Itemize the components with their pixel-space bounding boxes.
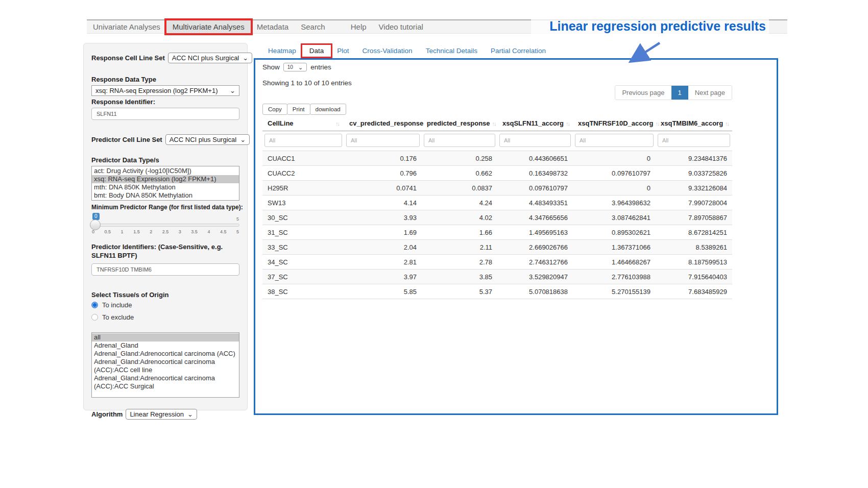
chevron-down-icon: ⌄	[187, 412, 193, 417]
predictor-data-type-option[interactable]: bmt: Body DNA 850K Methylation	[92, 191, 239, 200]
predictor-cell-line-set-select[interactable]: ACC NCI plus Surgical ⌄	[165, 134, 250, 145]
sort-icon[interactable]: ↑↓	[492, 120, 496, 127]
table-cell: 3.97	[344, 270, 422, 284]
tab-cross-validation[interactable]: Cross-Validation	[356, 45, 419, 56]
tissue-origin-option[interactable]: Adrenal_Gland:Adrenocortical carcinoma (…	[92, 374, 239, 391]
radio-icon	[91, 302, 98, 308]
table-row: 31_SC1.691.661.4956951630.8953026218.672…	[262, 225, 732, 240]
table-cell: 9.234841376	[656, 151, 732, 166]
table-row: SW134.144.244.4834933513.9643986327.9907…	[262, 196, 732, 210]
results-tabs: HeatmapDataPlotCross-ValidationTechnical…	[261, 45, 552, 56]
response-cell-line-set-label: Response Cell Line Set	[91, 54, 165, 62]
tab-heatmap[interactable]: Heatmap	[261, 45, 303, 56]
page-1-button[interactable]: 1	[671, 86, 688, 100]
predictor-data-types-listbox: act: Drug Activity (-log10[IC50M])xsq: R…	[91, 166, 239, 201]
slider-tick-label: 0.5	[105, 229, 111, 234]
nav-item-help[interactable]: Help	[345, 20, 373, 33]
sort-icon[interactable]: ↑↓	[335, 120, 339, 127]
column-header-cellline[interactable]: CellLine↑↓	[262, 117, 344, 131]
copy-button[interactable]: Copy	[262, 104, 287, 115]
sort-icon[interactable]: ↑↓	[566, 120, 569, 127]
table-cell: 1.464668267	[573, 255, 656, 270]
table-row: 34_SC2.812.782.7463127661.4646682678.187…	[262, 255, 732, 270]
table-row: CUACC20.7960.6620.1634987320.0976107979.…	[262, 166, 732, 181]
table-cell: 1.495695163	[497, 225, 573, 240]
tab-partial-correlation[interactable]: Partial Correlation	[484, 45, 552, 56]
table-cell: 9.033725826	[656, 166, 732, 181]
slider-tick-labels: 00.511.522.533.544.55	[92, 229, 239, 234]
slider-tick-label: 5	[236, 229, 239, 234]
response-identifier-input[interactable]	[91, 108, 239, 120]
tab-plot[interactable]: Plot	[330, 45, 355, 56]
tissue-origin-option[interactable]: Adrenal_Gland:Adrenocortical carcinoma (…	[92, 350, 239, 358]
table-cell: 0.443606651	[497, 151, 573, 166]
column-header-cv_predicted_response[interactable]: cv_predicted_response↑↓	[344, 117, 422, 131]
table-cell: CUACC2	[262, 166, 344, 181]
min-predictor-range-label: Minimum Predictor Range (for first liste…	[91, 204, 239, 211]
filter-input-xsqtmbim6_accorg[interactable]	[658, 134, 730, 147]
table-cell: 3.93	[344, 210, 422, 225]
table-cell: 7.915640403	[656, 270, 732, 284]
table-cell: 3.964398632	[573, 196, 656, 210]
tissue-origin-option[interactable]: Adrenal_Gland:Adrenocortical carcinoma (…	[92, 358, 239, 374]
sort-icon[interactable]: ↑↓	[725, 120, 729, 127]
column-header-xsqtmbim6_accorg[interactable]: xsqTMBIM6_accorg↑↓	[656, 117, 732, 131]
table-row: CUACC10.1760.2580.44360665109.234841376	[262, 151, 732, 166]
nav-item-univariate-analyses[interactable]: Univariate Analyses	[87, 20, 166, 33]
slider-track[interactable]	[91, 224, 239, 227]
slider-tick-label: 3	[179, 229, 181, 234]
filter-input-xsqslfn11_accorg[interactable]	[499, 134, 571, 147]
sort-icon[interactable]: ↑↓	[655, 120, 659, 127]
filter-input-xsqtnfrsf10d_accorg[interactable]	[575, 134, 654, 147]
table-cell: 2.78	[422, 255, 497, 270]
tissue-origin-option[interactable]: Adrenal_Gland	[92, 341, 239, 350]
column-header-label: predicted_response	[427, 119, 490, 127]
table-cell: 0.796	[344, 166, 422, 181]
column-header-xsqslfn11_accorg[interactable]: xsqSLFN11_accorg↑↓	[497, 117, 573, 131]
nav-item-metadata[interactable]: Metadata	[251, 20, 295, 33]
table-cell: 30_SC	[262, 210, 344, 225]
response-data-type-select[interactable]: xsq: RNA-seq Expression (log2 FPKM+1) ⌄	[91, 85, 239, 96]
algorithm-label: Algorithm	[91, 410, 123, 418]
nav-item-search[interactable]: Search	[295, 20, 331, 33]
table-cell: 38_SC	[262, 284, 344, 299]
download-button[interactable]: download	[310, 104, 346, 115]
slider-handle[interactable]	[90, 219, 101, 230]
response-cell-line-set-select[interactable]: ACC NCI plus Surgical ⌄	[168, 53, 252, 63]
filter-input-predicted_response[interactable]	[424, 134, 495, 147]
column-header-predicted_response[interactable]: predicted_response↑↓	[422, 117, 497, 131]
table-cell: 2.669026766	[497, 240, 573, 255]
nav-item-video-tutorial[interactable]: Video tutorial	[373, 20, 429, 33]
predictor-cell-line-set-label: Predictor Cell Line Set	[91, 136, 162, 143]
entries-select[interactable]: 10 ⌄	[283, 63, 307, 71]
slider-tick-label: 3.5	[191, 229, 198, 234]
tissue-origin-option[interactable]: all	[92, 333, 239, 341]
previous-page-button[interactable]: Previous page	[615, 86, 671, 100]
table-cell: 4.14	[344, 196, 422, 210]
predictor-data-type-option[interactable]: act: Drug Activity (-log10[IC50M])	[92, 167, 239, 175]
radio-to-exclude[interactable]: To exclude	[91, 313, 239, 321]
print-button[interactable]: Print	[287, 104, 310, 115]
predictor-data-type-option[interactable]: mth: DNA 850K Methylation	[92, 183, 239, 191]
table-cell: 2.11	[422, 240, 497, 255]
predictor-identifiers-input[interactable]	[91, 263, 239, 276]
table-cell: 4.347665656	[497, 210, 573, 225]
predictor-data-type-option[interactable]: xsq: RNA-seq Expression (log2 FPKM+1)	[92, 175, 239, 183]
tab-technical-details[interactable]: Technical Details	[419, 45, 484, 56]
radio-to-include[interactable]: To include	[91, 301, 239, 309]
tab-data[interactable]: Data	[303, 45, 331, 56]
next-page-button[interactable]: Next page	[688, 86, 732, 100]
filter-input-cv_predicted_response[interactable]	[346, 134, 420, 147]
table-cell: 0.662	[422, 166, 497, 181]
show-label: Show	[262, 63, 280, 71]
pagination: Previous page 1 Next page	[615, 85, 732, 100]
filter-input-cellline[interactable]	[264, 134, 342, 147]
export-button-group: Copy Print download	[262, 104, 346, 115]
algorithm-select[interactable]: Linear Regression ⌄	[126, 409, 197, 420]
nav-item-multivariate-analyses[interactable]: Multivariate Analyses	[166, 20, 251, 33]
min-predictor-range-slider: 0 5 00.511.522.533.544.55	[91, 213, 239, 236]
table-cell: 2.776103988	[573, 270, 656, 284]
table-cell: 0.258	[422, 151, 497, 166]
table-info: Showing 1 to 10 of 10 entries	[262, 79, 352, 87]
column-header-xsqtnfrsf10d_accorg[interactable]: xsqTNFRSF10D_accorg↑↓	[573, 117, 656, 131]
